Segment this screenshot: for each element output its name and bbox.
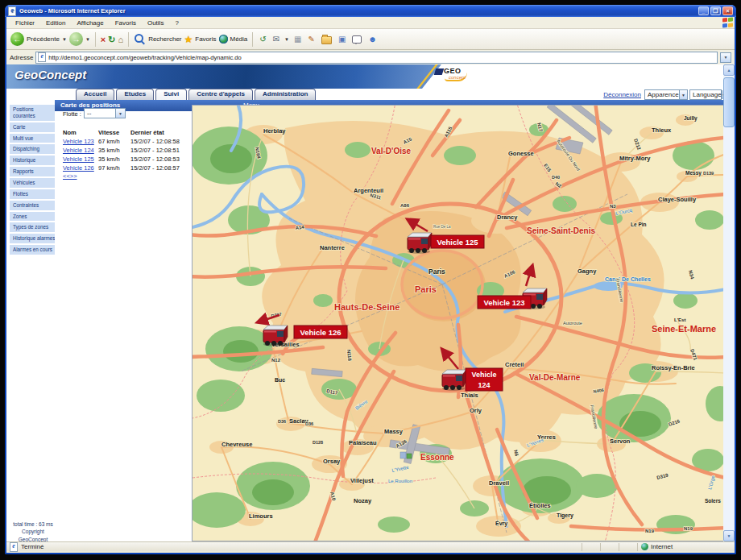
pager-link[interactable]: <<>> [63, 172, 77, 180]
vehicle-link[interactable]: Vehicle 126 [63, 164, 98, 172]
address-url[interactable]: http://demo1.geoconcept.com/geoweb/track… [48, 54, 241, 61]
map-label: Orly [470, 407, 482, 414]
fleet-dropdown-icon[interactable]: ▼ [115, 109, 125, 118]
menu-item-0[interactable]: Fichier [10, 19, 40, 27]
back-label[interactable]: Précédente [27, 35, 60, 43]
mail-dropdown-icon[interactable]: ▼ [284, 37, 289, 42]
home-icon[interactable]: ⌂ [118, 35, 123, 44]
tab-accueil[interactable]: Accueil [76, 89, 114, 100]
map-label: Argenteuil [354, 187, 383, 194]
title-bar[interactable]: Geoweb - Microsoft Internet Explorer _ ❐… [5, 5, 736, 17]
map-label: Solers [705, 498, 721, 504]
highlight-icon[interactable]: ▣ [338, 35, 346, 44]
tab-etudes[interactable]: Etudes [116, 89, 154, 100]
mail-icon[interactable]: ✉ [273, 35, 279, 44]
truck-icon [442, 370, 466, 391]
minimize-button[interactable]: _ [698, 6, 709, 15]
menu-item-1[interactable]: Edition [40, 19, 71, 27]
media-label[interactable]: Média [230, 35, 248, 43]
discuss-icon[interactable] [352, 35, 362, 44]
vehicle-link[interactable]: Vehicle 124 [63, 147, 98, 154]
language-select[interactable]: Language ▼ [689, 89, 722, 100]
map-label: Orsay [323, 458, 341, 465]
menu-item-5[interactable]: ? [169, 19, 184, 27]
map-label: N118 [346, 350, 352, 362]
map-label: Seine-Saint-Denis [527, 226, 595, 235]
window-title: Geoweb - Microsoft Internet Explorer [19, 7, 698, 15]
close-button[interactable]: × [722, 6, 733, 15]
status-page-icon [10, 542, 18, 552]
logo-flag-icon [434, 68, 445, 75]
web-page: GeoConcept GEO concept AccueilEtudesSuiv… [6, 64, 723, 541]
forward-button[interactable]: → [69, 32, 83, 46]
forward-dropdown-icon[interactable]: ▼ [85, 37, 90, 42]
print-icon[interactable]: ▦ [294, 35, 301, 44]
menu-item-3[interactable]: Favoris [110, 19, 142, 27]
main-tabs: AccueilEtudesSuiviCentre d'appelsAdminis… [76, 89, 316, 100]
search-label[interactable]: Rechercher [148, 35, 181, 43]
vehicle-link[interactable]: Vehicle 123 [63, 138, 98, 145]
address-input[interactable]: http://demo1.geoconcept.com/geoweb/track… [35, 52, 718, 64]
back-dropdown-icon[interactable]: ▼ [62, 37, 67, 42]
sidebar-item-dispatching[interactable]: Dispatching [10, 144, 55, 154]
sidebar-item-v-hicules[interactable]: Véhicules [10, 178, 55, 188]
fleet-select[interactable]: -- ▼ [84, 108, 126, 118]
map-label: Évry [495, 520, 507, 527]
sidebar-item-carte[interactable]: Carte [10, 122, 55, 132]
back-button[interactable]: ← [10, 32, 24, 46]
map-label: D36 [278, 419, 286, 424]
sidebar-item-types-de-zones[interactable]: Types de zones [10, 222, 55, 232]
address-label: Adresse [10, 54, 33, 61]
sidebar-item-flottes[interactable]: Flottes [10, 189, 55, 199]
map-label: D36 [305, 421, 313, 426]
tab-suivi[interactable]: Suivi [155, 89, 187, 100]
vehicle-link[interactable]: Vehicle 125 [63, 156, 98, 163]
internet-zone-icon [641, 543, 648, 550]
brand-logo: GeoConcept [14, 68, 86, 81]
tab-administration[interactable]: Administration [255, 89, 316, 100]
edit-icon[interactable]: ✎ [308, 35, 314, 44]
appearance-select[interactable]: Apparence ▼ [644, 89, 688, 100]
history-icon[interactable]: ↺ [259, 35, 266, 44]
map-label: Tigery [557, 512, 573, 519]
sidebar-item-rapports[interactable]: Rapports [10, 167, 55, 176]
messenger-icon[interactable]: ☻ [368, 35, 377, 44]
menu-items: FichierEditionAffichageFavorisOutils? [10, 19, 184, 27]
refresh-icon[interactable]: ↻ [108, 35, 115, 44]
media-icon[interactable] [219, 35, 228, 44]
appearance-dropdown-icon[interactable]: ▼ [679, 90, 687, 99]
sidebar-item-contraintes[interactable]: Contraintes [10, 201, 55, 210]
menu-item-4[interactable]: Outils [142, 19, 169, 27]
page-scrollbar[interactable]: ▲ ▼ [723, 64, 735, 541]
map-label: Draveil [489, 479, 509, 487]
sidebar-item-positions-courantes[interactable]: Positions courantes [10, 105, 55, 121]
scroll-down-icon[interactable]: ▼ [723, 530, 735, 541]
map-label: N12 [271, 358, 281, 363]
map-label: Gonesse [508, 150, 534, 157]
page-icon [38, 52, 46, 62]
maximize-button[interactable]: ❐ [710, 6, 721, 15]
search-icon[interactable] [135, 34, 143, 43]
favorites-icon[interactable]: ★ [184, 34, 193, 45]
sidebar-item-historique-alarmes[interactable]: Historique alarmes [10, 234, 55, 243]
tab-centre-d-appels[interactable]: Centre d'appels [188, 89, 253, 100]
favorites-label[interactable]: Favoris [195, 35, 216, 43]
sidebar-item-historique[interactable]: Historique [10, 156, 55, 165]
table-row: Vehicle 12435 km/h15/2/07 - 12:08:51 [63, 146, 205, 155]
map-label: D139 [703, 171, 714, 176]
sidebar-item-zones[interactable]: Zones [10, 212, 55, 222]
sidebar-item-alarmes-en-cours[interactable]: Alarmes en cours [10, 245, 55, 255]
stop-icon[interactable]: × [101, 35, 106, 44]
sidebar-item-multi-vue[interactable]: Multi vue [10, 134, 55, 143]
scroll-thumb[interactable] [723, 77, 735, 127]
map-label: N19 [645, 529, 655, 533]
address-dropdown-icon[interactable]: ▼ [720, 52, 731, 63]
map-container[interactable]: HerblayArgenteuilGonesseThieuxJuillyMitr… [192, 105, 723, 541]
logout-link[interactable]: Déconnexion [603, 91, 641, 98]
map-label: Canal De Chelles [605, 276, 651, 282]
toolbar-small-icons: ↺✉▼▦✎▣☻ [258, 34, 379, 44]
folder-icon[interactable] [321, 36, 332, 44]
map-label: D128 [313, 440, 323, 445]
menu-item-2[interactable]: Affichage [71, 19, 109, 27]
scroll-up-icon[interactable]: ▲ [723, 64, 735, 76]
